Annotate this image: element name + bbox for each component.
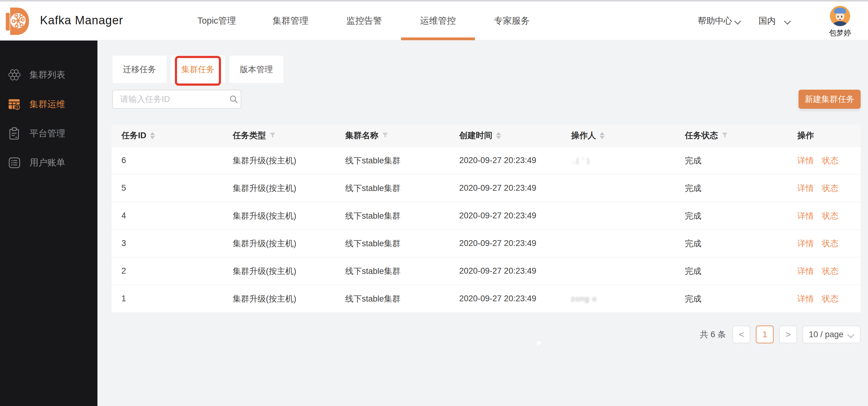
pagination-page-1[interactable]: 1 (756, 326, 774, 343)
table-row: 3 集群升级(按主机) 线下stable集群 2020-09-27 20:23:… (112, 229, 861, 257)
help-center-menu[interactable]: 帮助中心 (698, 2, 741, 40)
col-label: 任务类型 (233, 130, 266, 141)
tab-cluster-tasks[interactable]: 集群任务 (170, 55, 225, 83)
region-selector[interactable]: 国内 (758, 2, 791, 40)
status-link[interactable]: 状态 (822, 210, 838, 222)
sidebar: 集群列表 $ 集群运维 平台管理 (0, 40, 97, 406)
status-link[interactable]: 状态 (822, 183, 838, 194)
user-name: 包梦婷 (827, 28, 853, 38)
col-label: 任务状态 (685, 130, 718, 141)
sidebar-item-label: 用户账单 (30, 157, 65, 169)
cell-task-type: 集群升级(按主机) (223, 210, 335, 222)
filter-icon[interactable] (270, 132, 276, 138)
col-label: 创建时间 (459, 130, 492, 141)
sidebar-item-user-billing[interactable]: 用户账单 (0, 153, 97, 173)
sort-icon[interactable] (496, 132, 501, 139)
detail-link[interactable]: 详情 (797, 155, 814, 166)
clipboard-icon (8, 127, 21, 140)
avatar[interactable] (830, 6, 850, 26)
cell-task-type: 集群升级(按主机) (223, 183, 335, 194)
cell-created-time: 2020-09-27 20:23:49 (450, 294, 561, 303)
page-size-value: 10 / page (809, 330, 843, 339)
status-link[interactable]: 状态 (822, 238, 838, 249)
page-size-select[interactable]: 10 / page (803, 326, 861, 343)
detail-link[interactable]: 详情 (797, 293, 814, 304)
col-operator[interactable]: 操作人 (561, 130, 675, 141)
sidebar-item-platform-management[interactable]: 平台管理 (0, 124, 97, 143)
cell-task-id: 5 (112, 183, 223, 193)
col-task-type[interactable]: 任务类型 (223, 130, 335, 141)
cell-operator-redacted: zong o (571, 295, 597, 303)
cell-cluster-name: 线下stable集群 (335, 210, 450, 222)
cell-cluster-name: 线下stable集群 (335, 155, 450, 166)
task-id-search[interactable] (112, 90, 241, 109)
pagination-prev-button[interactable]: < (733, 326, 750, 343)
ops-billing-icon: $ (8, 98, 21, 111)
tab-version-management[interactable]: 版本管理 (229, 55, 284, 83)
cell-task-status: 完成 (675, 238, 787, 249)
nav-ops-control[interactable]: 运维管控 (401, 2, 475, 40)
search-icon[interactable] (229, 95, 238, 104)
chevron-down-icon (735, 18, 741, 24)
cluster-task-table: 任务ID 任务类型 集群名称 创建时间 操作人 任务状态 操作 6 集群升级(按… (112, 124, 861, 312)
table-row: 5 集群升级(按主机) 线下stable集群 2020-09-27 20:23:… (112, 174, 861, 202)
nav-cluster-management[interactable]: 集群管理 (254, 2, 327, 40)
sidebar-item-cluster-ops[interactable]: $ 集群运维 (0, 95, 97, 114)
cell-task-id: 2 (112, 266, 223, 276)
detail-link[interactable]: 详情 (797, 183, 814, 194)
col-created-time[interactable]: 创建时间 (450, 130, 561, 141)
task-tabs: 迁移任务 集群任务 版本管理 (112, 55, 284, 83)
filter-icon[interactable] (382, 132, 388, 138)
detail-link[interactable]: 详情 (797, 238, 814, 249)
pagination-total: 共 6 条 (700, 329, 726, 340)
cell-cluster-name: 线下stable集群 (335, 183, 450, 194)
table-row: 6 集群升级(按主机) 线下stable集群 2020-09-27 20:23:… (112, 146, 861, 174)
cell-task-status: 完成 (675, 183, 787, 194)
svg-text:$: $ (16, 105, 19, 110)
honeycomb-cluster-icon (8, 68, 21, 81)
nav-topic-management[interactable]: Topic管理 (180, 2, 254, 40)
app-title: Kafka Manager (40, 14, 123, 27)
status-link[interactable]: 状态 (822, 293, 838, 304)
region-label: 国内 (758, 15, 776, 27)
cell-task-type: 集群升级(按主机) (223, 155, 335, 166)
stray-white-dot (537, 341, 541, 345)
col-task-id[interactable]: 任务ID (112, 130, 223, 141)
cell-task-id: 6 (112, 156, 223, 165)
pagination-next-button[interactable]: > (779, 326, 797, 343)
cell-task-status: 完成 (675, 155, 787, 166)
cell-created-time: 2020-09-27 20:23:49 (450, 239, 561, 248)
help-center-label: 帮助中心 (698, 15, 732, 27)
list-icon (8, 156, 21, 169)
col-cluster-name[interactable]: 集群名称 (335, 130, 450, 141)
cell-task-status: 完成 (675, 266, 787, 277)
cell-task-id: 1 (112, 294, 223, 303)
tab-cluster-tasks-label: 集群任务 (181, 64, 215, 75)
col-label: 任务ID (121, 130, 146, 141)
sort-icon[interactable] (600, 132, 604, 139)
status-link[interactable]: 状态 (822, 155, 838, 166)
chevron-down-icon (848, 331, 855, 338)
col-task-status[interactable]: 任务状态 (675, 130, 787, 141)
status-link[interactable]: 状态 (822, 266, 838, 277)
detail-link[interactable]: 详情 (797, 210, 814, 222)
sidebar-item-cluster-list[interactable]: 集群列表 (0, 65, 97, 85)
cell-cluster-name: 线下stable集群 (335, 266, 450, 277)
nav-monitor-alert[interactable]: 监控告警 (327, 2, 401, 40)
pagination: 共 6 条 < 1 > 10 / page (700, 326, 861, 343)
create-cluster-task-button[interactable]: 新建集群任务 (799, 90, 861, 109)
detail-link[interactable]: 详情 (797, 266, 814, 277)
cell-created-time: 2020-09-27 20:23:49 (450, 266, 561, 276)
filter-icon[interactable] (722, 132, 728, 138)
cell-task-id: 3 (112, 239, 223, 248)
search-input[interactable] (120, 95, 229, 104)
nav-expert-service[interactable]: 专家服务 (475, 2, 549, 40)
cell-created-time: 2020-09-27 20:23:49 (450, 211, 561, 221)
sort-icon[interactable] (150, 132, 155, 139)
sidebar-item-label: 集群运维 (30, 98, 65, 110)
cell-task-type: 集群升级(按主机) (223, 266, 335, 277)
cell-task-type: 集群升级(按主机) (223, 293, 335, 304)
kafka-manager-logo-icon (5, 5, 30, 37)
tab-migration-tasks[interactable]: 迁移任务 (112, 55, 167, 83)
user-profile[interactable]: 包梦婷 (827, 6, 853, 38)
